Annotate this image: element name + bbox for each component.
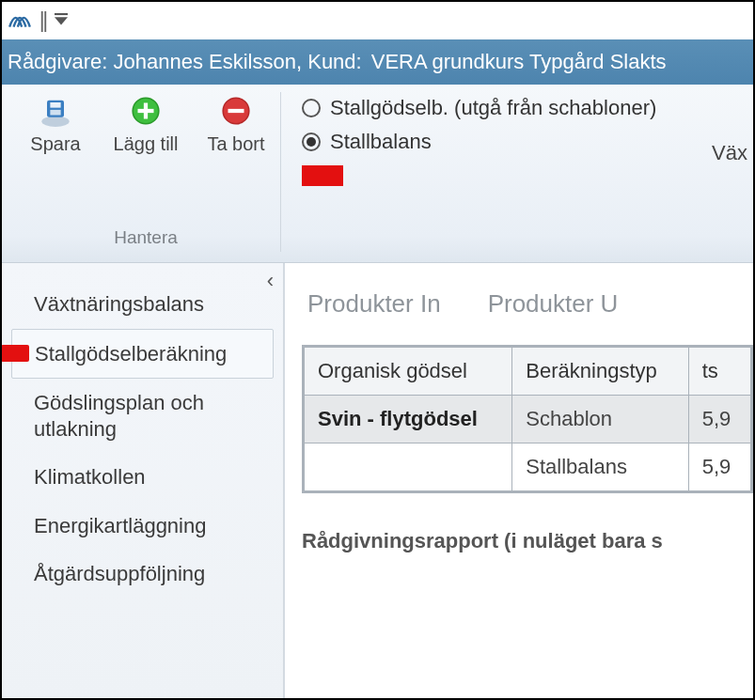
add-button[interactable]: Lägg till bbox=[109, 92, 182, 155]
radio-stallbalans-label: Stallbalans bbox=[330, 130, 432, 154]
report-section-label: Rådgivningsrapport (i nuläget bara s bbox=[302, 529, 753, 553]
svg-marker-1 bbox=[55, 17, 68, 24]
svg-rect-10 bbox=[228, 109, 244, 113]
save-button[interactable]: Spara bbox=[19, 92, 92, 155]
ribbon-group-mode: Stallgödselb. (utgå från schabloner) Sta… bbox=[281, 92, 744, 252]
col-berakningstyp[interactable]: Beräkningstyp bbox=[512, 348, 688, 396]
svg-rect-5 bbox=[50, 110, 60, 116]
svg-rect-4 bbox=[50, 102, 60, 108]
table-row[interactable]: Stallbalans 5,9 bbox=[305, 443, 751, 491]
add-label: Lägg till bbox=[114, 133, 179, 155]
save-label: Spara bbox=[30, 133, 80, 155]
svg-rect-8 bbox=[138, 109, 154, 113]
sidebar-item-klimatkollen[interactable]: Klimatkollen bbox=[2, 453, 283, 502]
remove-label: Ta bort bbox=[207, 133, 264, 155]
radio-checked-icon bbox=[302, 132, 321, 151]
table-row[interactable]: Svin - flytgödsel Schablon 5,9 bbox=[305, 396, 751, 443]
minus-icon bbox=[217, 92, 255, 130]
app-logo-icon bbox=[8, 7, 32, 36]
title-bar: Rådgivare: Johannes Eskilsson, Kund: VER… bbox=[2, 39, 753, 85]
cell-ts: 5,9 bbox=[688, 396, 750, 443]
sidebar-item-label: Stallgödselberäkning bbox=[35, 342, 227, 366]
advisor-label: Rådgivare: bbox=[8, 50, 107, 74]
radio-schablon-label: Stallgödselb. (utgå från schabloner) bbox=[330, 96, 656, 120]
content-tabs: Produkter In Produkter U bbox=[302, 280, 753, 345]
tab-produkter-ut[interactable]: Produkter U bbox=[488, 289, 619, 319]
cell-typ: Stallbalans bbox=[512, 443, 688, 491]
radio-icon bbox=[302, 99, 321, 117]
collapse-sidebar-icon[interactable]: ‹ bbox=[267, 269, 274, 293]
svg-rect-0 bbox=[55, 13, 68, 15]
quick-access-toolbar: ‖ bbox=[2, 2, 753, 39]
cell-gödsel bbox=[305, 443, 512, 491]
ribbon: Spara Lägg till bbox=[2, 85, 753, 263]
customer-name: VERA grundkurs Typgård Slakts bbox=[371, 50, 667, 74]
radio-schablon[interactable]: Stallgödselb. (utgå från schabloner) bbox=[302, 96, 656, 120]
cell-typ: Schablon bbox=[512, 396, 688, 443]
ribbon-group-label: Hantera bbox=[114, 227, 178, 252]
cell-ts: 5,9 bbox=[688, 443, 750, 491]
plus-icon bbox=[127, 92, 165, 130]
ribbon-right-truncated: Väx bbox=[712, 141, 747, 165]
sidebar-item-vaxtnaringsbalans[interactable]: Växtnäringsbalans bbox=[2, 280, 283, 329]
svg-point-2 bbox=[41, 117, 69, 127]
save-icon bbox=[37, 92, 74, 130]
col-organisk-godsel[interactable]: Organisk gödsel bbox=[305, 348, 512, 396]
sidebar-item-godslingsplan[interactable]: Gödslingsplan och utlakning bbox=[2, 379, 283, 453]
sidebar: ‹ Växtnäringsbalans Stallgödselberäkning… bbox=[2, 263, 284, 698]
body-split: ‹ Växtnäringsbalans Stallgödselberäkning… bbox=[2, 263, 753, 698]
remove-button[interactable]: Ta bort bbox=[199, 92, 273, 155]
advisor-name: Johannes Eskilsson, bbox=[114, 50, 303, 74]
radio-stallbalans[interactable]: Stallbalans bbox=[302, 130, 656, 154]
highlight-marker bbox=[1, 345, 29, 362]
qat-dropdown-icon[interactable] bbox=[55, 13, 68, 29]
col-ts[interactable]: ts bbox=[688, 348, 750, 396]
tab-produkter-in[interactable]: Produkter In bbox=[307, 289, 441, 319]
sidebar-item-stallgodselberakning[interactable]: Stallgödselberäkning bbox=[11, 329, 274, 380]
sidebar-item-energikartlaggning[interactable]: Energikartläggning bbox=[2, 502, 283, 551]
manure-table: Organisk gödsel Beräkningstyp ts Svin - … bbox=[302, 345, 753, 493]
qat-separator: ‖ bbox=[39, 8, 47, 33]
ribbon-group-manage: Spara Lägg till bbox=[11, 92, 281, 252]
sidebar-item-atgardsuppfoljning[interactable]: Åtgärdsuppföljning bbox=[2, 550, 283, 599]
customer-label: Kund: bbox=[307, 50, 362, 74]
highlight-marker bbox=[302, 165, 343, 186]
content-panel: Produkter In Produkter U Organisk gödsel… bbox=[284, 263, 753, 698]
cell-gödsel: Svin - flytgödsel bbox=[305, 396, 512, 443]
